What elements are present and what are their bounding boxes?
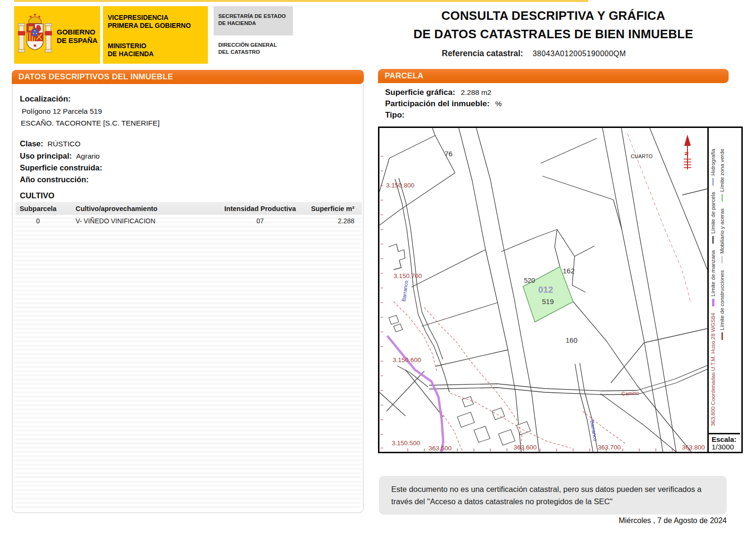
left-axis-ticks [380, 156, 383, 448]
x-coord-363600: 363.600 [514, 444, 537, 451]
referencia-value: 38043A012005190000QM [533, 50, 626, 58]
logo-cell-ministerio: VICEPRESIDENCIA PRIMERA DEL GOBIERNO MIN… [103, 6, 208, 64]
secretaria-label: SECRETARÍA DE ESTADO DE HACIENDA [218, 13, 286, 27]
vicepresidencia-label: VICEPRESIDENCIA PRIMERA DEL GOBIERNO [108, 14, 191, 29]
direccion-catastro-label: DIRECCIÓN GENERAL DEL CATASTRO [218, 42, 277, 56]
superficie-construida-label: Superficie construida: [20, 163, 102, 172]
ministerio-hacienda-label: MINISTERIO DE HACIENDA [108, 42, 154, 58]
cultivo-table-row: 0 V- VIÑEDO VINIFICACION 07 2.288 [16, 215, 362, 227]
parcel-label-520: 520 [524, 277, 535, 284]
north-letter: N [684, 152, 689, 155]
building-footprints [389, 315, 531, 445]
legend-item-mobiliario: Mobiliario y aceras [719, 208, 725, 263]
cadastral-map: 3.150.800 3.150.700 3.150.600 3.150.500 … [379, 128, 707, 452]
header-superficie: Superficie m² [306, 205, 362, 212]
document-date: Miércoles , 7 de Agosto de 2024 [619, 516, 727, 525]
panel-stripes-background [15, 202, 361, 508]
header-intensidad: Intensidad Productiva [214, 205, 306, 212]
cultivo-table-header: Subparcela Cultivo/aprovechamiento Inten… [16, 202, 362, 215]
tipo-row: Tipo: [385, 110, 404, 120]
superficie-grafica-row: Superficie gráfica: 2.288 m2 [385, 88, 491, 97]
legend-item-hidrografia: Hidrografía [710, 149, 716, 186]
gobierno-de-espana-label: GOBIERNO DE ESPAÑA [57, 28, 97, 45]
legend-manzana-label: Límite de manzana [710, 250, 716, 296]
uso-value: Agrario [76, 152, 100, 161]
north-arrow-icon: N [684, 135, 691, 169]
manzana-line-swatch [712, 299, 714, 306]
legend-item-manzana: Límite de manzana [710, 250, 716, 306]
clase-label: Clase: [20, 139, 43, 148]
escala-value: 1/3000 [712, 443, 737, 451]
uso-row: Uso principal: Agrario [20, 152, 100, 161]
zona-verde-line-swatch [722, 194, 723, 202]
clase-row: Clase: RÚSTICO [20, 139, 80, 148]
participacion-row: Participación del inmueble: % [385, 99, 502, 109]
cultivo-title: CULTIVO [20, 191, 54, 201]
y-coord-3150500: 3.150.500 [392, 440, 420, 447]
datos-panel-body: Localización: Polígono 12 Parcela 519 ES… [12, 84, 364, 513]
barranco-label-upper: Barranco [401, 280, 409, 302]
cadastral-map-frame: 3.150.800 3.150.700 3.150.600 3.150.500 … [378, 127, 743, 453]
top-yellow-strip [14, 0, 588, 2]
localizacion-line1: Polígono 12 Parcela 519 [22, 107, 102, 116]
legend-parcela-label: Límite de parcela [710, 192, 716, 234]
parcela-line-swatch [713, 236, 713, 244]
localizacion-line2: ESCAÑO. TACORONTE [S.C. TENERIFE] [21, 119, 160, 127]
y-coord-3150600: 3.150.600 [393, 356, 421, 364]
header-subparcela: Subparcela [16, 205, 60, 212]
parcel-label-76: 76 [445, 150, 453, 158]
legend-row-inner: 363.800 Coordenadas U.T.M. Huso 28 WGS84… [710, 149, 716, 428]
participacion-value: % [495, 100, 502, 108]
cultivo-table: Subparcela Cultivo/aprovechamiento Inten… [16, 202, 362, 227]
x-coord-363800: 363.800 [682, 444, 705, 451]
legend-coords-note: 363.800 Coordenadas U.T.M. Huso 28 WGS84 [710, 313, 716, 426]
x-coord-363700: 363.700 [598, 444, 621, 451]
document-title-line2: DE DATOS CATASTRALES DE BIEN INMUEBLE [378, 27, 729, 42]
hidrografia-line-swatch [713, 178, 713, 186]
referencia-catastral-row: Referencia catastral:38043A012005190000Q… [442, 49, 626, 59]
localizacion-label: Localización: [20, 94, 71, 104]
cell-subparcela: 0 [16, 217, 60, 225]
disclaimer-box: Este documento no es una certificación c… [379, 476, 727, 515]
map-legend: 363.800 Coordenadas U.T.M. Huso 28 WGS84… [707, 128, 740, 452]
referencia-label: Referencia catastral: [442, 49, 523, 58]
clase-value: RÚSTICO [48, 140, 81, 148]
legend-item-zona-verde: Límite zona verde [719, 149, 725, 202]
anio-construccion-label: Año construcción: [20, 175, 89, 184]
parcela-panel-header: PARCELA [378, 69, 729, 83]
uso-label: Uso principal: [20, 152, 72, 161]
superficie-construida-row: Superficie construida: [20, 163, 102, 172]
cell-cultivo: V- VIÑEDO VINIFICACION [60, 217, 214, 225]
legend-item-parcela: Límite de parcela [710, 192, 716, 244]
tipo-label: Tipo: [385, 110, 404, 120]
cell-intensidad: 07 [214, 217, 306, 225]
cadastral-document-page: GOBIERNO DE ESPAÑA VICEPRESIDENCIA PRIME… [0, 0, 756, 533]
logo-cell-gobierno: GOBIERNO DE ESPAÑA [14, 6, 100, 64]
escala-label: Escala: [712, 435, 737, 443]
map-legend-rotated-text: 363.800 Coordenadas U.T.M. Huso 28 WGS84… [710, 149, 725, 428]
header-cultivo: Cultivo/aprovechamiento [60, 205, 214, 212]
datos-panel-header: DATOS DESCRIPTIVOS DEL INMUEBLE [12, 70, 364, 84]
construcciones-line-swatch [722, 333, 723, 340]
secretaria-box: SECRETARÍA DE ESTADO DE HACIENDA [214, 6, 293, 35]
superficie-grafica-label: Superficie gráfica: [385, 88, 455, 97]
area-label-cuarto: CUARTO [631, 153, 653, 159]
anio-construccion-row: Año construcción: [20, 175, 89, 184]
document-title-line1: CONSULTA DESCRIPTIVA Y GRÁFICA [378, 8, 729, 23]
manzana-limit-line [388, 337, 443, 452]
legend-item-construcciones: Límite de construcciones [719, 270, 725, 340]
legend-construcciones-label: Límite de construcciones [719, 270, 725, 330]
y-coord-3150700: 3.150.700 [394, 272, 422, 279]
subparcel-label-012: 012 [538, 285, 553, 295]
parcel-label-162: 162 [563, 267, 575, 275]
parcel-label-160: 160 [566, 336, 577, 344]
camino-label: Camino [621, 390, 639, 397]
mobiliario-line-swatch [722, 256, 722, 263]
legend-mobiliario-label: Mobiliario y aceras [719, 208, 725, 254]
parcel-label-519: 519 [542, 297, 554, 305]
y-coord-3150800: 3.150.800 [386, 182, 414, 189]
legend-zona-verde-label: Límite zona verde [719, 149, 725, 192]
legend-hidrografia-label: Hidrografía [710, 149, 716, 176]
x-coord-363500: 363.500 [429, 445, 452, 452]
scale-box: Escala: 1/3000 [709, 433, 740, 452]
